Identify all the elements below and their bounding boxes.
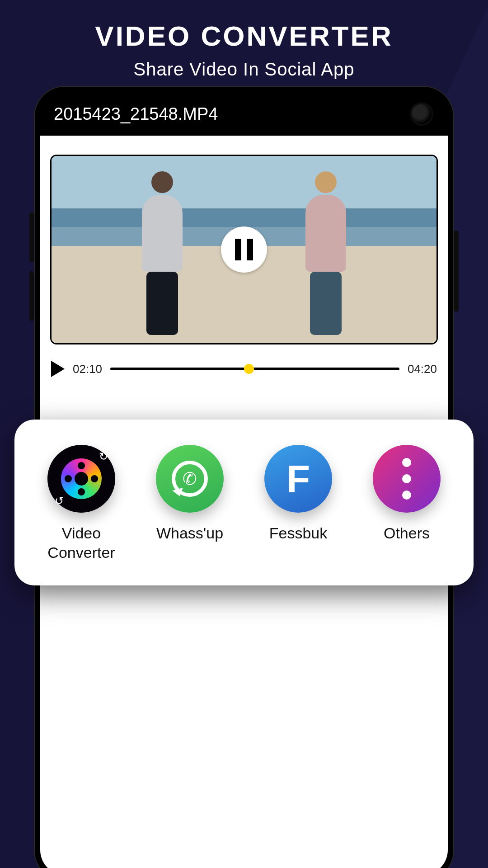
phone-side-button [29,212,34,262]
share-sheet: ↻↺ Video Converter ✆ Whass'up F Fessbuk … [14,420,474,585]
app-titlebar: 2015423_21548.MP4 [40,92,448,136]
share-option-whassup[interactable]: ✆ Whass'up [142,445,237,543]
play-button[interactable] [51,361,65,377]
share-option-label: Fessbuk [269,524,328,543]
share-option-video-converter[interactable]: ↻↺ Video Converter [34,445,129,562]
seek-knob[interactable] [244,364,254,374]
promo-header: VIDEO CONVERTER Share Video In Social Ap… [0,0,488,80]
pause-icon [235,239,253,260]
promo-title: VIDEO CONVERTER [0,20,488,52]
share-option-label: Others [384,524,430,543]
seek-slider[interactable] [110,368,399,370]
film-reel-icon: ↻↺ [47,445,115,513]
share-option-fessbuk[interactable]: F Fessbuk [251,445,346,543]
elapsed-time: 02:10 [73,362,102,376]
pause-button[interactable] [221,226,267,273]
player-controls: 02:10 04:20 [51,361,437,377]
current-filename: 2015423_21548.MP4 [54,104,218,124]
share-option-others[interactable]: Others [359,445,454,543]
figure-illustration [305,171,346,335]
figure-illustration [142,171,183,335]
share-option-label: Whass'up [156,524,223,543]
share-option-label: Video Converter [34,524,129,562]
letter-f-icon: F [264,445,332,513]
phone-side-button [29,271,34,321]
phone-side-button [454,231,459,312]
chat-phone-icon: ✆ [156,445,224,513]
more-dots-icon [373,445,441,513]
video-preview[interactable] [50,155,438,344]
promo-subtitle: Share Video In Social App [0,59,488,80]
phone-camera-icon [412,104,432,124]
total-time: 04:20 [408,362,437,376]
